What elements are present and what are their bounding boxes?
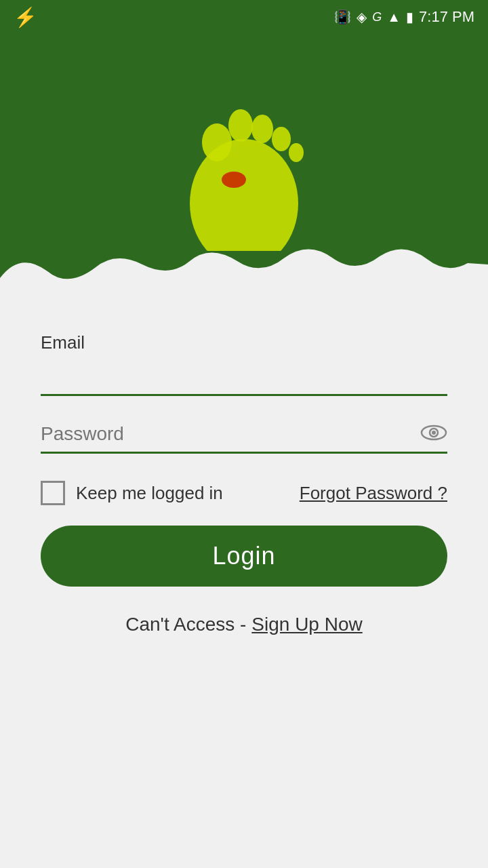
eye-toggle-icon[interactable] (420, 419, 447, 452)
svg-point-1 (202, 123, 232, 161)
svg-point-3 (251, 115, 273, 143)
wifi-icon: ◈ (357, 9, 367, 25)
svg-point-9 (432, 431, 436, 435)
forgot-password-link[interactable]: Forgot Password ? (300, 483, 447, 504)
cloud-divider (0, 237, 488, 305)
status-left: ⚡ (14, 6, 37, 28)
cant-access-text: Can't Access - (125, 614, 246, 635)
form-area: Email Keep me logged in Forgot Password … (0, 305, 488, 663)
password-input[interactable] (41, 416, 447, 454)
keep-logged-in-checkbox[interactable] (41, 481, 65, 505)
status-right: 📳 ◈ G ▲ ▮ 7:17 PM (334, 8, 474, 26)
vibrate-icon: 📳 (334, 9, 351, 25)
password-field-group (41, 416, 447, 454)
signal-icon: ▲ (387, 9, 401, 25)
svg-point-6 (222, 172, 246, 188)
options-row: Keep me logged in Forgot Password ? (41, 481, 447, 505)
time-display: 7:17 PM (419, 8, 474, 26)
email-field-group: Email (41, 332, 447, 396)
svg-point-4 (272, 127, 291, 151)
signup-row: Can't Access - Sign Up Now (41, 614, 447, 635)
login-button[interactable]: Login (41, 526, 447, 587)
lightning-icon: ⚡ (14, 6, 37, 28)
email-label: Email (41, 332, 447, 353)
email-input-wrapper (41, 359, 447, 396)
sign-up-link[interactable]: Sign Up Now (251, 614, 362, 635)
keep-logged-in-group: Keep me logged in (41, 481, 223, 505)
password-input-wrapper (41, 416, 447, 454)
svg-point-5 (289, 143, 304, 162)
status-bar: ⚡ 📳 ◈ G ▲ ▮ 7:17 PM (0, 0, 488, 34)
svg-point-0 (190, 139, 298, 251)
header-area (0, 34, 488, 305)
network-g-icon: G (372, 10, 382, 24)
keep-logged-in-label: Keep me logged in (76, 483, 223, 504)
email-input[interactable] (41, 359, 447, 396)
battery-icon: ▮ (406, 9, 413, 25)
footprint-logo (156, 47, 332, 251)
svg-point-2 (228, 109, 253, 142)
